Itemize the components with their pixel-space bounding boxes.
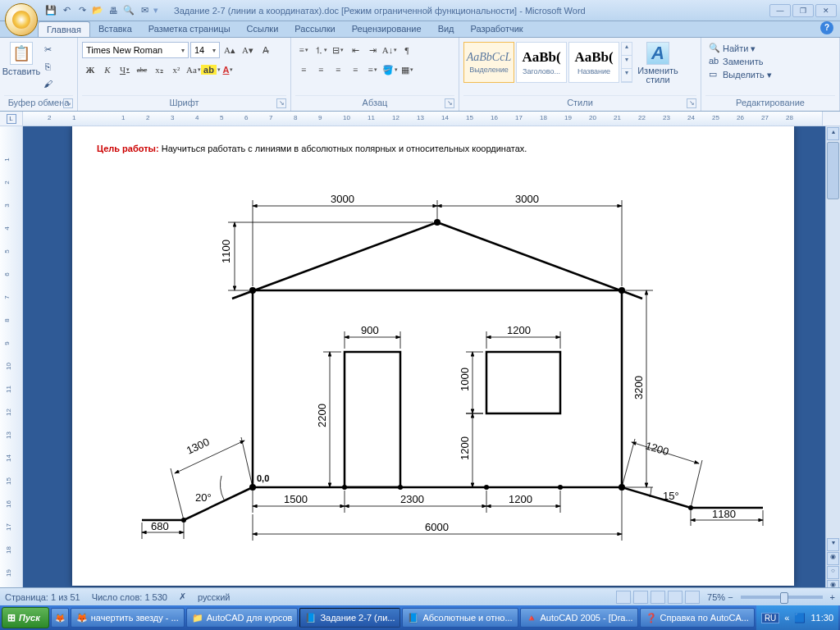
line-spacing-icon[interactable]: ≡ (364, 62, 381, 78)
style-item-title[interactable]: AaBb(Название (568, 42, 619, 83)
scroll-up-icon[interactable]: ▴ (827, 127, 839, 140)
show-ruler-icon[interactable] (822, 112, 840, 126)
formatpainter-icon[interactable]: 🖌 (40, 76, 55, 91)
taskbar-item[interactable]: ❓Справка по AutoCA... (640, 608, 755, 628)
style-item-emphasis[interactable]: AaBbCcLВыделение (463, 42, 514, 83)
font-color-button[interactable]: A (220, 62, 236, 78)
tab-home[interactable]: Главная (38, 21, 90, 37)
tab-insert[interactable]: Вставка (90, 21, 140, 37)
taskbar-item[interactable]: 📁AutoCAD для курсов (186, 608, 299, 628)
indent-icon[interactable]: ⇥ (364, 42, 381, 58)
font-size-combo[interactable]: 14▾ (190, 42, 220, 58)
replace-button[interactable]: abЗаменить (709, 56, 763, 67)
prev-page-icon[interactable]: ◉ (827, 552, 839, 565)
print-layout-view-icon[interactable] (616, 591, 631, 604)
tray-icon[interactable]: 🟦 (794, 613, 806, 623)
tab-pagelayout[interactable]: Разметка страницы (140, 21, 239, 37)
borders-icon[interactable]: ▦ (399, 62, 415, 78)
strike-button[interactable]: abc (134, 62, 150, 78)
taskbar-item[interactable]: 📘Задание 2-7 (ли... (299, 608, 400, 628)
clear-format-icon[interactable]: A̶ (258, 42, 274, 58)
font-launcher-icon[interactable]: ↘ (276, 98, 286, 108)
style-item-heading[interactable]: AaBb(Заголово... (516, 42, 567, 83)
vertical-ruler[interactable]: 1234567891011121314151617181920 (0, 126, 23, 594)
restore-button[interactable]: ❐ (792, 4, 814, 17)
change-styles-button[interactable]: A Изменить стили (634, 42, 682, 84)
close-button[interactable]: ✕ (815, 4, 837, 17)
superscript-button[interactable]: x² (168, 62, 185, 78)
horizontal-ruler[interactable]: L 21123456789101112131415161718192021222… (0, 112, 840, 126)
align-right-icon[interactable]: ≡ (330, 62, 346, 78)
qat-dropdown-icon[interactable]: ▾ (153, 5, 158, 16)
bullets-icon[interactable]: ≡ (295, 42, 312, 58)
zoom-out-icon[interactable]: − (728, 592, 733, 602)
quickprint-icon[interactable]: 🖶 (107, 4, 120, 17)
help-icon[interactable]: ? (820, 21, 833, 34)
minimize-button[interactable]: — (769, 4, 791, 17)
bold-button[interactable]: Ж (82, 62, 98, 78)
redo-icon[interactable]: ↷ (75, 4, 89, 17)
cut-icon[interactable]: ✂ (40, 42, 55, 57)
para-launcher-icon[interactable]: ↘ (445, 98, 454, 108)
start-button[interactable]: Пуск (2, 607, 49, 628)
office-button[interactable] (5, 3, 38, 36)
select-button[interactable]: ▭Выделить ▾ (709, 69, 772, 80)
quicklaunch-icon[interactable]: 🦊 (51, 608, 69, 628)
numbering-icon[interactable]: ⒈ (313, 42, 329, 58)
italic-button[interactable]: К (99, 62, 116, 78)
browse-object-icon[interactable]: ○ (827, 566, 839, 579)
copy-icon[interactable]: ⎘ (40, 59, 55, 74)
tab-references[interactable]: Ссылки (239, 21, 287, 37)
tray-expand-icon[interactable]: « (784, 613, 789, 623)
open-icon[interactable]: 📂 (91, 4, 104, 17)
outline-view-icon[interactable] (668, 591, 682, 604)
grow-font-icon[interactable]: A▴ (221, 42, 238, 58)
subscript-button[interactable]: x₂ (151, 62, 167, 78)
scroll-down-icon[interactable]: ▾ (827, 538, 839, 551)
save-icon[interactable]: 💾 (44, 4, 57, 17)
justify-icon[interactable]: ≡ (347, 62, 363, 78)
shading-icon[interactable]: 🪣 (381, 62, 398, 78)
change-case-button[interactable]: Aa (185, 62, 202, 78)
fullscreen-view-icon[interactable] (633, 591, 648, 604)
style-gallery-scroll[interactable]: ▴▾▾ (621, 42, 632, 83)
ruler-toggle-icon[interactable]: L (7, 114, 16, 124)
clock[interactable]: 11:30 (810, 613, 833, 623)
spell-check-icon[interactable]: ✗ (179, 591, 186, 602)
undo-icon[interactable]: ↶ (60, 4, 73, 17)
preview-icon[interactable]: 🔍 (122, 4, 135, 17)
find-button[interactable]: 🔍Найти ▾ (709, 43, 756, 54)
taskbar-item[interactable]: 🔺AutoCAD 2005 - [Dra... (520, 608, 638, 628)
clipboard-launcher-icon[interactable]: ↘ (63, 98, 73, 108)
multilevel-icon[interactable]: ⊟ (330, 42, 346, 58)
draft-view-icon[interactable] (685, 591, 700, 604)
vertical-scrollbar[interactable]: ▴ ▾ ◉ ○ ◉ (825, 126, 840, 594)
underline-button[interactable]: Ч (116, 62, 133, 78)
showmarks-icon[interactable]: ¶ (399, 42, 415, 58)
scroll-thumb[interactable] (827, 142, 839, 199)
outdent-icon[interactable]: ⇤ (347, 42, 363, 58)
paste-button[interactable]: 📋 Вставить (4, 42, 39, 76)
language-indicator[interactable]: RU (761, 613, 779, 623)
tab-developer[interactable]: Разработчик (463, 21, 532, 37)
tab-review[interactable]: Рецензирование (344, 21, 430, 37)
align-center-icon[interactable]: ≡ (313, 62, 329, 78)
tab-view[interactable]: Вид (430, 21, 463, 37)
document-area[interactable]: Цель работы: Научиться работать с линиям… (23, 126, 825, 594)
page-status[interactable]: Страница: 1 из 51 (5, 592, 80, 602)
zoom-value[interactable]: 75% (707, 592, 725, 602)
tab-mailings[interactable]: Рассылки (286, 21, 343, 37)
taskbar-item[interactable]: 📘Абсолютные и отно... (402, 608, 518, 628)
highlight-button[interactable]: ab (203, 62, 219, 78)
taskbar-item[interactable]: 🦊начертить звезду - ... (71, 608, 185, 628)
shrink-font-icon[interactable]: A▾ (240, 42, 256, 58)
web-layout-view-icon[interactable] (651, 591, 665, 604)
zoom-in-icon[interactable]: + (830, 592, 835, 602)
word-count[interactable]: Число слов: 1 530 (92, 592, 167, 602)
styles-launcher-icon[interactable]: ↘ (687, 98, 696, 108)
align-left-icon[interactable]: ≡ (295, 62, 312, 78)
zoom-slider[interactable] (741, 596, 823, 599)
font-family-combo[interactable]: Times New Roman▾ (82, 42, 189, 58)
language-status[interactable]: русский (198, 592, 230, 602)
sort-icon[interactable]: A↓ (381, 42, 398, 58)
